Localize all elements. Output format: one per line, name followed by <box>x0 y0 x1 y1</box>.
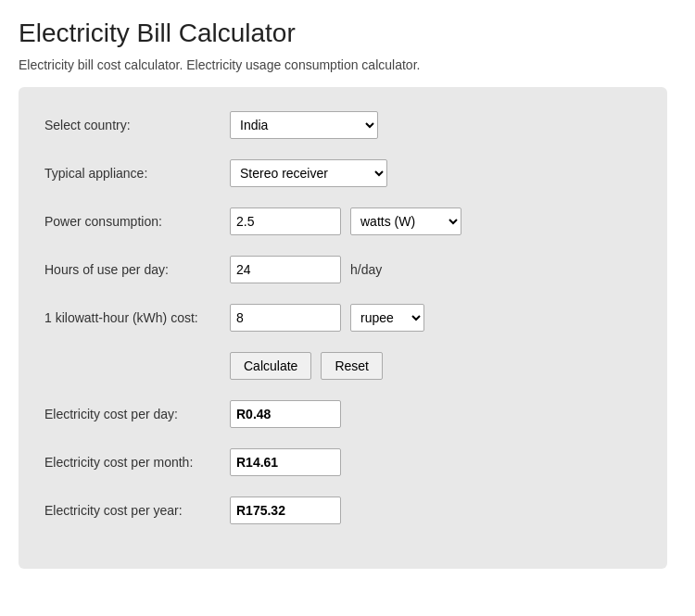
hours-control: h/day <box>230 256 641 283</box>
country-select[interactable]: India USA UK Australia Canada <box>230 111 378 139</box>
country-row: Select country: India USA UK Australia C… <box>44 109 641 141</box>
kwh-input[interactable] <box>230 304 341 332</box>
calculate-button[interactable]: Calculate <box>230 352 311 380</box>
result-year-row: Electricity cost per year: <box>44 495 641 526</box>
page-subtitle: Electricity bill cost calculator. Electr… <box>19 57 676 72</box>
hours-label: Hours of use per day: <box>44 262 230 277</box>
hours-row: Hours of use per day: h/day <box>44 254 641 285</box>
hours-unit-label: h/day <box>350 262 382 277</box>
result-month-label: Electricity cost per month: <box>44 455 230 470</box>
result-day-control <box>230 400 641 428</box>
power-unit-select[interactable]: watts (W) kilowatts (kW) milliwatts (mW) <box>350 207 461 235</box>
calculator-panel: Select country: India USA UK Australia C… <box>19 87 667 569</box>
appliance-select[interactable]: Stereo receiver Air conditioner Refriger… <box>230 159 387 187</box>
page-title: Electricity Bill Calculator <box>19 19 676 48</box>
result-day-row: Electricity cost per day: <box>44 398 641 430</box>
hours-input[interactable] <box>230 256 341 283</box>
result-year-control <box>230 497 641 524</box>
result-day-label: Electricity cost per day: <box>44 407 230 421</box>
power-label: Power consumption: <box>44 214 230 229</box>
reset-button[interactable]: Reset <box>321 352 383 380</box>
country-control: India USA UK Australia Canada <box>230 111 641 139</box>
result-month-input <box>230 448 341 476</box>
appliance-control: Stereo receiver Air conditioner Refriger… <box>230 159 641 187</box>
country-label: Select country: <box>44 118 230 132</box>
buttons-row: Calculate Reset <box>44 350 641 382</box>
power-input[interactable] <box>230 207 341 235</box>
power-row: Power consumption: watts (W) kilowatts (… <box>44 206 641 237</box>
power-control: watts (W) kilowatts (kW) milliwatts (mW) <box>230 207 641 235</box>
kwh-label: 1 kilowatt-hour (kWh) cost: <box>44 310 230 325</box>
result-year-input <box>230 497 341 524</box>
appliance-label: Typical appliance: <box>44 166 230 181</box>
result-month-control <box>230 448 641 476</box>
appliance-row: Typical appliance: Stereo receiver Air c… <box>44 157 641 189</box>
result-year-label: Electricity cost per year: <box>44 503 230 518</box>
kwh-control: rupee dollar euro pound <box>230 304 641 332</box>
buttons-area: Calculate Reset <box>230 352 641 380</box>
result-month-row: Electricity cost per month: <box>44 446 641 478</box>
currency-select[interactable]: rupee dollar euro pound <box>350 304 424 332</box>
result-day-input <box>230 400 341 428</box>
kwh-row: 1 kilowatt-hour (kWh) cost: rupee dollar… <box>44 302 641 333</box>
